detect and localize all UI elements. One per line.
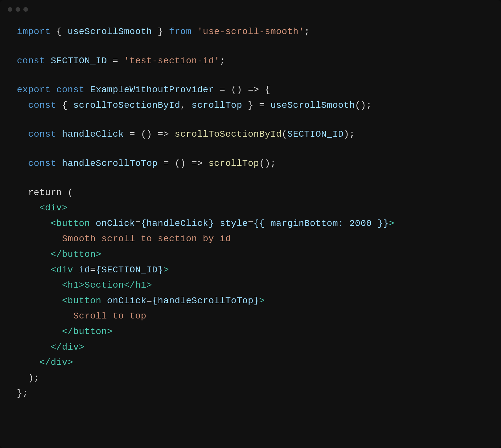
blank-line-3 [17, 68, 484, 82]
code-token: (); [355, 100, 372, 110]
code-token: = [146, 296, 152, 306]
code-token: export [17, 85, 51, 95]
code-line-const-scroll: const { scrollToSectionById, scrollTop }… [17, 98, 484, 113]
code-token: ; [220, 56, 225, 66]
code-token: id [79, 265, 90, 275]
code-token [101, 296, 107, 306]
code-token [56, 129, 62, 139]
code-area: import { useScrollSmooth } from 'use-scr… [0, 18, 501, 448]
code-line-div-inner-close: </div> [17, 340, 484, 355]
code-token: SECTION_ID [287, 129, 344, 139]
code-token [17, 100, 28, 110]
code-token: from [169, 27, 191, 37]
code-token: scrollToSectionById [73, 100, 180, 110]
blank-line-10 [17, 171, 484, 185]
code-token: scrollTop [208, 158, 259, 168]
code-token [191, 27, 197, 37]
code-line-div-open: <div> [17, 200, 484, 216]
code-token: = [248, 218, 253, 229]
code-line-button-scroll-top-close: </button> [17, 324, 484, 340]
code-token: ); [17, 373, 39, 383]
code-token [17, 357, 39, 367]
code-token [51, 85, 56, 95]
code-token [17, 158, 28, 168]
code-token: scrollToSectionById [175, 129, 282, 139]
code-token: </div> [39, 357, 73, 367]
code-token: = () => [158, 158, 208, 168]
code-line-div-id-section: <div id={SECTION_ID}> [17, 262, 484, 278]
code-token: = () => [124, 129, 175, 139]
code-line-scroll-to-top-text: Scroll to top [17, 308, 484, 324]
code-token [17, 218, 51, 229]
code-token: const [28, 158, 56, 168]
code-token: SECTION_ID [51, 56, 107, 66]
code-token: {SECTION_ID} [96, 265, 163, 275]
code-line-button-close: </button> [17, 247, 484, 262]
dot-green[interactable] [23, 7, 28, 12]
code-token: Scroll to top [17, 311, 146, 321]
code-token: ; [304, 27, 310, 37]
blank-line-6 [17, 113, 484, 127]
code-token [45, 56, 51, 66]
code-line-handle-click: const handleClick = () => scrollToSectio… [17, 127, 484, 142]
code-token [17, 342, 51, 352]
code-line-func-close: }; [17, 386, 484, 401]
code-token: { [56, 100, 73, 110]
code-token: 'test-section-id' [124, 56, 220, 66]
code-token: return ( [17, 188, 73, 198]
code-editor-window: import { useScrollSmooth } from 'use-scr… [0, 0, 501, 448]
code-token: > [259, 296, 265, 306]
code-token: } [152, 27, 169, 37]
blank-line-1 [17, 40, 484, 53]
code-token: style [220, 218, 248, 229]
code-token: useScrollSmooth [67, 27, 152, 37]
code-token: </button> [62, 327, 113, 337]
code-token: ); [344, 129, 355, 139]
code-token: <button [51, 218, 90, 229]
dot-red[interactable] [8, 7, 12, 12]
code-token: <button [62, 296, 102, 306]
code-token [73, 265, 79, 275]
code-token: const [28, 100, 56, 110]
code-token [17, 296, 62, 306]
code-line-export-const: export const ExampleWithoutProvider = ()… [17, 82, 484, 98]
code-line-return-open: return ( [17, 185, 484, 201]
code-line-const-section-id: const SECTION_ID = 'test-section-id'; [17, 53, 484, 69]
code-token: ExampleWithoutProvider [90, 85, 214, 95]
code-line-return-close: ); [17, 370, 484, 386]
titlebar [0, 0, 501, 18]
code-line-smooth-scroll-text: Smooth scroll to section by id [17, 231, 484, 247]
code-token: onClick [96, 218, 135, 229]
code-token: = [135, 218, 141, 229]
code-token: {handleClick} [141, 218, 214, 229]
code-token [90, 218, 96, 229]
code-token [17, 265, 51, 275]
code-token [17, 129, 28, 139]
code-token: useScrollSmooth [270, 100, 355, 110]
code-token: ( [282, 129, 287, 139]
code-token: const [28, 129, 56, 139]
code-token: } = [242, 100, 271, 110]
code-token: = [90, 265, 96, 275]
code-token [17, 203, 39, 213]
code-token: </button> [51, 249, 101, 259]
code-token [17, 280, 62, 290]
code-token: import [17, 27, 51, 37]
dot-yellow[interactable] [16, 7, 20, 12]
code-token: <div [51, 265, 73, 275]
code-line-import-line: import { useScrollSmooth } from 'use-scr… [17, 24, 484, 40]
code-token: (); [259, 158, 276, 168]
code-token [17, 249, 51, 259]
code-token: const [56, 85, 85, 95]
code-line-h1-section: <h1>Section</h1> [17, 278, 484, 293]
code-token: Smooth scroll to section by id [17, 234, 231, 244]
code-token: { [51, 27, 67, 37]
code-token [17, 327, 62, 337]
code-token [84, 85, 90, 95]
code-token: > [163, 265, 169, 275]
code-token: {{ marginBottom: 2000 }} [253, 218, 389, 229]
code-token: {handleScrollToTop} [152, 296, 259, 306]
code-token: <h1>Section</h1> [62, 280, 152, 290]
code-token [56, 158, 62, 168]
code-token: handleClick [62, 129, 124, 139]
